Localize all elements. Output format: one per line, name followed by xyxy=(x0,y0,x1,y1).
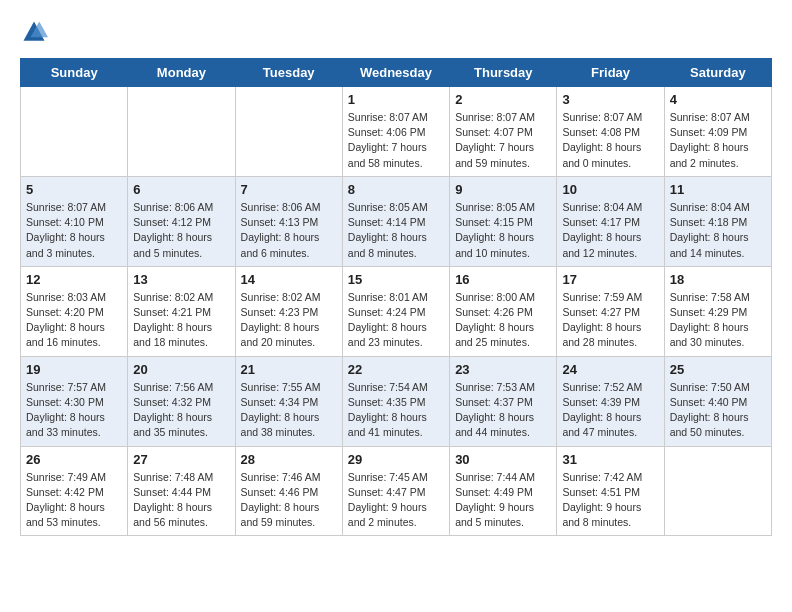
day-info: Sunrise: 7:55 AM Sunset: 4:34 PM Dayligh… xyxy=(241,380,337,441)
day-number: 1 xyxy=(348,92,444,107)
day-number: 12 xyxy=(26,272,122,287)
day-info: Sunrise: 7:50 AM Sunset: 4:40 PM Dayligh… xyxy=(670,380,766,441)
calendar-cell xyxy=(235,87,342,177)
day-info: Sunrise: 8:00 AM Sunset: 4:26 PM Dayligh… xyxy=(455,290,551,351)
calendar-cell: 21Sunrise: 7:55 AM Sunset: 4:34 PM Dayli… xyxy=(235,356,342,446)
calendar-cell: 9Sunrise: 8:05 AM Sunset: 4:15 PM Daylig… xyxy=(450,176,557,266)
day-info: Sunrise: 8:04 AM Sunset: 4:18 PM Dayligh… xyxy=(670,200,766,261)
calendar-cell: 29Sunrise: 7:45 AM Sunset: 4:47 PM Dayli… xyxy=(342,446,449,536)
day-number: 14 xyxy=(241,272,337,287)
day-info: Sunrise: 7:49 AM Sunset: 4:42 PM Dayligh… xyxy=(26,470,122,531)
day-number: 16 xyxy=(455,272,551,287)
calendar-cell: 7Sunrise: 8:06 AM Sunset: 4:13 PM Daylig… xyxy=(235,176,342,266)
day-number: 20 xyxy=(133,362,229,377)
day-number: 30 xyxy=(455,452,551,467)
day-number: 19 xyxy=(26,362,122,377)
day-number: 17 xyxy=(562,272,658,287)
day-number: 9 xyxy=(455,182,551,197)
calendar-cell: 26Sunrise: 7:49 AM Sunset: 4:42 PM Dayli… xyxy=(21,446,128,536)
calendar-week-row: 19Sunrise: 7:57 AM Sunset: 4:30 PM Dayli… xyxy=(21,356,772,446)
day-info: Sunrise: 7:45 AM Sunset: 4:47 PM Dayligh… xyxy=(348,470,444,531)
weekday-header: Tuesday xyxy=(235,59,342,87)
calendar-cell: 19Sunrise: 7:57 AM Sunset: 4:30 PM Dayli… xyxy=(21,356,128,446)
day-number: 28 xyxy=(241,452,337,467)
day-number: 26 xyxy=(26,452,122,467)
calendar-cell: 15Sunrise: 8:01 AM Sunset: 4:24 PM Dayli… xyxy=(342,266,449,356)
calendar-cell: 27Sunrise: 7:48 AM Sunset: 4:44 PM Dayli… xyxy=(128,446,235,536)
day-number: 10 xyxy=(562,182,658,197)
weekday-header: Saturday xyxy=(664,59,771,87)
calendar-week-row: 5Sunrise: 8:07 AM Sunset: 4:10 PM Daylig… xyxy=(21,176,772,266)
day-info: Sunrise: 7:46 AM Sunset: 4:46 PM Dayligh… xyxy=(241,470,337,531)
day-info: Sunrise: 8:07 AM Sunset: 4:06 PM Dayligh… xyxy=(348,110,444,171)
day-number: 27 xyxy=(133,452,229,467)
calendar-cell: 24Sunrise: 7:52 AM Sunset: 4:39 PM Dayli… xyxy=(557,356,664,446)
calendar-week-row: 26Sunrise: 7:49 AM Sunset: 4:42 PM Dayli… xyxy=(21,446,772,536)
calendar-cell: 28Sunrise: 7:46 AM Sunset: 4:46 PM Dayli… xyxy=(235,446,342,536)
day-info: Sunrise: 7:44 AM Sunset: 4:49 PM Dayligh… xyxy=(455,470,551,531)
weekday-header: Wednesday xyxy=(342,59,449,87)
calendar-cell: 8Sunrise: 8:05 AM Sunset: 4:14 PM Daylig… xyxy=(342,176,449,266)
calendar-cell: 16Sunrise: 8:00 AM Sunset: 4:26 PM Dayli… xyxy=(450,266,557,356)
weekday-header: Friday xyxy=(557,59,664,87)
day-number: 18 xyxy=(670,272,766,287)
day-info: Sunrise: 7:56 AM Sunset: 4:32 PM Dayligh… xyxy=(133,380,229,441)
day-number: 31 xyxy=(562,452,658,467)
calendar-week-row: 1Sunrise: 8:07 AM Sunset: 4:06 PM Daylig… xyxy=(21,87,772,177)
day-info: Sunrise: 7:59 AM Sunset: 4:27 PM Dayligh… xyxy=(562,290,658,351)
calendar-cell: 11Sunrise: 8:04 AM Sunset: 4:18 PM Dayli… xyxy=(664,176,771,266)
calendar-cell: 18Sunrise: 7:58 AM Sunset: 4:29 PM Dayli… xyxy=(664,266,771,356)
day-number: 5 xyxy=(26,182,122,197)
day-info: Sunrise: 7:57 AM Sunset: 4:30 PM Dayligh… xyxy=(26,380,122,441)
day-number: 3 xyxy=(562,92,658,107)
calendar-cell: 3Sunrise: 8:07 AM Sunset: 4:08 PM Daylig… xyxy=(557,87,664,177)
day-number: 11 xyxy=(670,182,766,197)
day-info: Sunrise: 8:05 AM Sunset: 4:14 PM Dayligh… xyxy=(348,200,444,261)
calendar-cell: 4Sunrise: 8:07 AM Sunset: 4:09 PM Daylig… xyxy=(664,87,771,177)
calendar-cell xyxy=(128,87,235,177)
calendar-cell: 12Sunrise: 8:03 AM Sunset: 4:20 PM Dayli… xyxy=(21,266,128,356)
calendar-week-row: 12Sunrise: 8:03 AM Sunset: 4:20 PM Dayli… xyxy=(21,266,772,356)
day-number: 22 xyxy=(348,362,444,377)
calendar-cell: 30Sunrise: 7:44 AM Sunset: 4:49 PM Dayli… xyxy=(450,446,557,536)
day-number: 2 xyxy=(455,92,551,107)
calendar-cell: 23Sunrise: 7:53 AM Sunset: 4:37 PM Dayli… xyxy=(450,356,557,446)
day-info: Sunrise: 8:02 AM Sunset: 4:21 PM Dayligh… xyxy=(133,290,229,351)
logo-icon xyxy=(20,18,48,46)
day-info: Sunrise: 8:06 AM Sunset: 4:12 PM Dayligh… xyxy=(133,200,229,261)
calendar-cell: 10Sunrise: 8:04 AM Sunset: 4:17 PM Dayli… xyxy=(557,176,664,266)
calendar-cell xyxy=(664,446,771,536)
day-info: Sunrise: 7:58 AM Sunset: 4:29 PM Dayligh… xyxy=(670,290,766,351)
day-number: 8 xyxy=(348,182,444,197)
calendar-cell: 13Sunrise: 8:02 AM Sunset: 4:21 PM Dayli… xyxy=(128,266,235,356)
day-info: Sunrise: 7:48 AM Sunset: 4:44 PM Dayligh… xyxy=(133,470,229,531)
day-info: Sunrise: 8:05 AM Sunset: 4:15 PM Dayligh… xyxy=(455,200,551,261)
day-info: Sunrise: 8:07 AM Sunset: 4:10 PM Dayligh… xyxy=(26,200,122,261)
calendar-cell: 20Sunrise: 7:56 AM Sunset: 4:32 PM Dayli… xyxy=(128,356,235,446)
day-number: 24 xyxy=(562,362,658,377)
calendar-cell: 25Sunrise: 7:50 AM Sunset: 4:40 PM Dayli… xyxy=(664,356,771,446)
day-info: Sunrise: 7:53 AM Sunset: 4:37 PM Dayligh… xyxy=(455,380,551,441)
day-number: 21 xyxy=(241,362,337,377)
day-number: 4 xyxy=(670,92,766,107)
calendar-cell: 6Sunrise: 8:06 AM Sunset: 4:12 PM Daylig… xyxy=(128,176,235,266)
calendar-cell: 31Sunrise: 7:42 AM Sunset: 4:51 PM Dayli… xyxy=(557,446,664,536)
day-info: Sunrise: 8:07 AM Sunset: 4:09 PM Dayligh… xyxy=(670,110,766,171)
day-info: Sunrise: 8:07 AM Sunset: 4:07 PM Dayligh… xyxy=(455,110,551,171)
day-info: Sunrise: 8:06 AM Sunset: 4:13 PM Dayligh… xyxy=(241,200,337,261)
day-info: Sunrise: 7:54 AM Sunset: 4:35 PM Dayligh… xyxy=(348,380,444,441)
day-info: Sunrise: 8:01 AM Sunset: 4:24 PM Dayligh… xyxy=(348,290,444,351)
logo xyxy=(20,18,52,46)
day-number: 29 xyxy=(348,452,444,467)
calendar-table: SundayMondayTuesdayWednesdayThursdayFrid… xyxy=(20,58,772,536)
weekday-header: Sunday xyxy=(21,59,128,87)
day-info: Sunrise: 7:42 AM Sunset: 4:51 PM Dayligh… xyxy=(562,470,658,531)
calendar-cell: 1Sunrise: 8:07 AM Sunset: 4:06 PM Daylig… xyxy=(342,87,449,177)
calendar-cell: 17Sunrise: 7:59 AM Sunset: 4:27 PM Dayli… xyxy=(557,266,664,356)
day-info: Sunrise: 8:07 AM Sunset: 4:08 PM Dayligh… xyxy=(562,110,658,171)
day-number: 6 xyxy=(133,182,229,197)
day-info: Sunrise: 7:52 AM Sunset: 4:39 PM Dayligh… xyxy=(562,380,658,441)
calendar-cell: 22Sunrise: 7:54 AM Sunset: 4:35 PM Dayli… xyxy=(342,356,449,446)
day-number: 25 xyxy=(670,362,766,377)
day-number: 23 xyxy=(455,362,551,377)
